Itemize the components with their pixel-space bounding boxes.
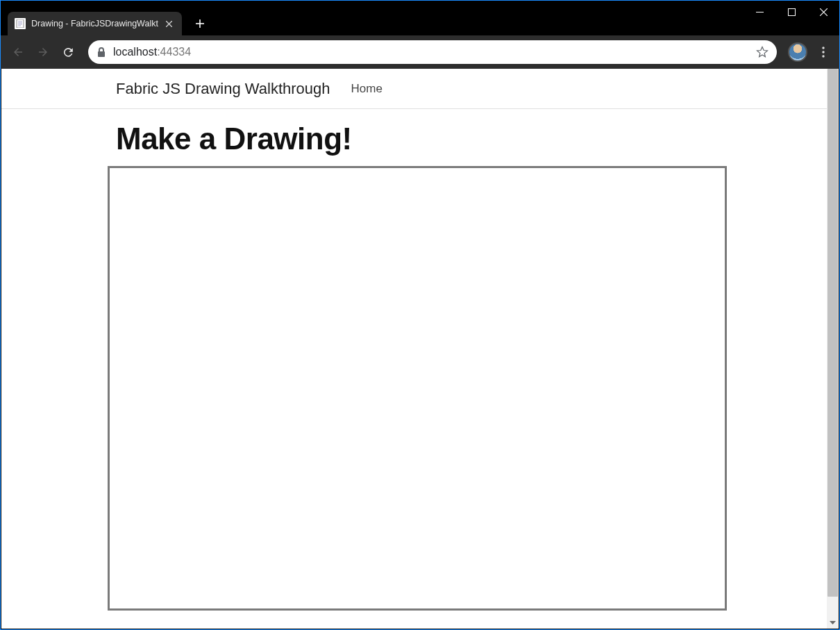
svg-rect-4 <box>17 19 24 28</box>
tab-close-button[interactable] <box>164 18 175 29</box>
page-viewport: Fabric JS Drawing Walkthrough Home Make … <box>1 69 839 629</box>
page-favicon-icon <box>15 18 26 29</box>
browser-window: Drawing - FabricJSDrawingWalkt localhost… <box>1 1 839 629</box>
tab-title: Drawing - FabricJSDrawingWalkt <box>31 19 158 28</box>
bookmark-star-icon[interactable] <box>756 46 768 58</box>
titlebar <box>1 1 839 10</box>
profile-avatar[interactable] <box>788 42 807 62</box>
forward-button[interactable] <box>31 40 55 64</box>
svg-point-14 <box>822 47 824 49</box>
tab-strip: Drawing - FabricJSDrawingWalkt <box>1 10 839 35</box>
svg-rect-13 <box>98 51 105 57</box>
scrollbar-down-arrow-icon[interactable] <box>827 617 839 629</box>
page-title: Make a Drawing! <box>116 122 727 156</box>
window-controls <box>744 1 839 23</box>
site-navbar: Fabric JS Drawing Walkthrough Home <box>1 69 827 109</box>
url-port: :44334 <box>157 46 191 58</box>
drawing-canvas[interactable] <box>108 166 727 611</box>
back-button[interactable] <box>6 40 30 64</box>
svg-rect-1 <box>788 8 795 15</box>
url-text: localhost:44334 <box>113 46 191 58</box>
main-content: Make a Drawing! <box>116 109 727 611</box>
window-close-button[interactable] <box>807 1 839 23</box>
reload-button[interactable] <box>56 40 80 64</box>
address-bar[interactable]: localhost:44334 <box>88 40 777 64</box>
window-minimize-button[interactable] <box>744 1 775 23</box>
url-host: localhost <box>113 46 157 58</box>
lock-icon <box>96 47 106 58</box>
vertical-scrollbar[interactable] <box>827 69 839 629</box>
svg-point-15 <box>822 51 824 53</box>
browser-toolbar: localhost:44334 <box>1 35 839 69</box>
svg-point-16 <box>822 55 824 57</box>
scrollbar-thumb[interactable] <box>828 69 838 597</box>
page-content: Fabric JS Drawing Walkthrough Home Make … <box>1 69 827 629</box>
browser-menu-button[interactable] <box>813 42 834 63</box>
nav-link-home[interactable]: Home <box>351 82 383 96</box>
new-tab-button[interactable] <box>190 14 210 33</box>
site-brand[interactable]: Fabric JS Drawing Walkthrough <box>116 80 330 98</box>
browser-tab[interactable]: Drawing - FabricJSDrawingWalkt <box>8 12 182 35</box>
window-maximize-button[interactable] <box>775 1 807 23</box>
